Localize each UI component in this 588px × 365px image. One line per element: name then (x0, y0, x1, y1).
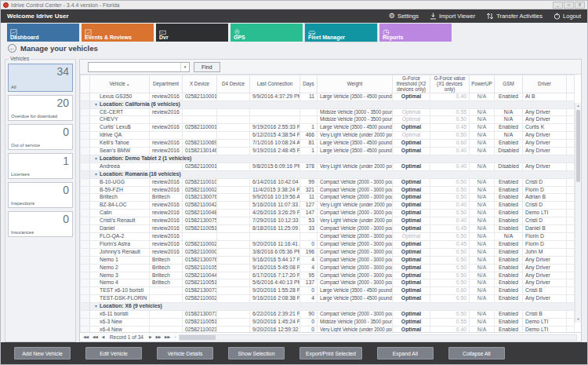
collapse-group-icon[interactable]: ▾ (95, 102, 97, 107)
column-header-vehicle[interactable]: Vehicle ▲ (90, 75, 150, 93)
table-row[interactable]: CHEVYMidsize Vehicle (3000 - 3500 pounds… (81, 116, 575, 124)
table-row[interactable]: B-59-FZHreview201602582110002111/4/2015 … (81, 186, 575, 194)
table-row[interactable]: BriltechBriltech0158213007609/9/2016 10:… (81, 194, 575, 202)
table-row[interactable]: Nemo 3Briltech0258211004406/17/2016 7:17… (81, 272, 575, 279)
group-row[interactable]: ▾Location: Demo Tablet 2 (1 vehicles) (81, 155, 575, 162)
filter-card-insurances[interactable]: 0Insurances (8, 211, 73, 237)
table-row[interactable]: Curtis' Lexu$review20160258211000159/19/… (81, 124, 575, 132)
vertical-scrollbar-thumb[interactable] (576, 110, 580, 182)
table-row[interactable]: CE-CERTreview2016Midsize Vehicle (3000 -… (81, 108, 575, 116)
row-indicator[interactable] (81, 124, 90, 132)
table-row[interactable]: Cristi's Renaultreview20160158213007597/… (81, 217, 575, 225)
table-row[interactable]: TEST x6-10 boristi0158213007349/20/2016 … (81, 287, 575, 295)
column-header-g-force-threshold-x2-devices-only-[interactable]: G-Force threshold (X2 devices only) (393, 75, 430, 93)
group-row[interactable]: ▾Location: California (6 vehicles) (81, 100, 575, 108)
row-indicator[interactable] (81, 256, 90, 264)
tab-dashboard[interactable]: Dashboard (7, 24, 79, 42)
logout-button[interactable]: Logout (554, 13, 581, 20)
row-indicator[interactable] (81, 93, 90, 100)
search-input[interactable] (89, 63, 180, 71)
row-indicator[interactable] (81, 132, 90, 140)
back-icon[interactable]: ← (8, 44, 16, 53)
tab-reports[interactable]: Reports (379, 24, 452, 42)
scroll-down-icon[interactable]: ▼ (575, 316, 581, 323)
search-combobox[interactable]: ▾ (88, 62, 190, 72)
vertical-scrollbar[interactable]: ▲ ▼ (575, 103, 581, 323)
table-row[interactable]: Sean's BMWreview20160158213014649/19/201… (81, 148, 575, 155)
tab-dvr[interactable]: Dvr (156, 24, 228, 42)
table-row[interactable]: Lexus GS350review20160258211000199/9/201… (81, 93, 575, 100)
table-row[interactable]: Calinreview20160258211004864/26/2016 3:2… (81, 210, 575, 217)
filter-card-out-of-service[interactable]: 0Out of service (8, 124, 73, 150)
row-indicator[interactable] (81, 178, 90, 186)
horizontal-scrollbar-thumb[interactable] (180, 335, 216, 340)
vehicle-details-button[interactable]: Vehicle Details (157, 347, 213, 360)
table-row[interactable]: FLO-QA-2review2016Compact Vehicle (2000 … (81, 233, 575, 241)
tab-events-reviews[interactable]: Events & Reviews (82, 24, 154, 42)
table-row[interactable]: Nemo 4Briltech0258211005155/6/2016 4:40:… (81, 279, 575, 287)
row-indicator[interactable] (81, 202, 90, 210)
filter-card-inspections[interactable]: 0Inspections (8, 182, 73, 208)
column-header-gsm[interactable]: GSM (495, 75, 523, 93)
add-new-vehicle-button[interactable]: Add New Vehicle (14, 347, 71, 360)
row-indicator[interactable] (81, 186, 90, 194)
column-header-weight[interactable]: Weight (318, 75, 393, 93)
edit-vehicle-button[interactable]: Edit Vehicle (85, 347, 142, 360)
record-next-page-button[interactable]: ▶▶ (154, 335, 162, 339)
table-row[interactable]: B-10-UGGreview20160258211001006/14/2016 … (81, 178, 575, 186)
horizontal-scrollbar[interactable] (179, 334, 577, 341)
column-header-d4-device[interactable]: D4 Device (217, 75, 250, 93)
table-row[interactable]: Danielreview20160258211005138/18/2016 11… (81, 225, 575, 233)
table-row[interactable]: TEST-DSK-FLORIN0258211000209/16/2016 2:0… (81, 295, 575, 303)
record-prev-page-button[interactable]: ◀◀ (92, 335, 99, 339)
row-indicator[interactable] (81, 217, 90, 225)
filter-card-licenses[interactable]: 1Licenses (8, 153, 73, 179)
row-indicator[interactable] (81, 148, 90, 155)
table-row[interactable]: Kelli's Tahoereview20160258211006907/1/2… (81, 140, 575, 148)
table-row[interactable]: x6-11 boristi0158213007356/22/2016 2:39:… (81, 311, 575, 319)
expand-all-button[interactable]: Expand All (377, 347, 434, 360)
row-indicator[interactable] (81, 248, 90, 256)
table-row[interactable]: Johnny's Renaultreview20160258211000013/… (81, 248, 575, 256)
row-indicator[interactable] (81, 279, 90, 287)
row-indicator[interactable] (81, 210, 90, 217)
transfer-activities-button[interactable]: Transfer Activities (486, 13, 543, 20)
collapse-group-icon[interactable]: ▾ (95, 156, 97, 161)
table-row[interactable]: x6-4 New0258211002309/20/2016 12:59:32 P… (81, 326, 575, 332)
table-row[interactable]: Andreea0258211000109/8/2015 6:09:16 PM37… (81, 162, 575, 170)
column-header-driver[interactable]: Driver (523, 75, 567, 93)
row-indicator[interactable] (81, 264, 90, 272)
settings-button[interactable]: ⚙Settings (389, 13, 419, 20)
column-header-powerup[interactable]: PowerUP (470, 75, 495, 93)
tab-fleet-manager[interactable]: Fleet Manager (305, 24, 377, 42)
close-button[interactable]: X (575, 2, 585, 9)
filter-card-all[interactable]: 34All (8, 64, 73, 92)
row-indicator[interactable] (81, 225, 90, 233)
row-indicator[interactable] (81, 240, 90, 248)
table-row[interactable]: Idrive QA6/12/2015 4:38:54 PM466Very Lig… (81, 132, 575, 140)
column-header-g-force-value-x1-devices-only-[interactable]: G-Force value (X1 devices only) (430, 75, 470, 93)
record-append-button[interactable]: + (173, 335, 176, 339)
row-indicator[interactable] (81, 194, 90, 202)
collapse-all-button[interactable]: Collapse All (448, 347, 505, 360)
record-last-button[interactable]: ▶▶ (164, 335, 171, 339)
find-button[interactable]: Find (194, 62, 220, 72)
row-indicator[interactable] (81, 233, 90, 241)
combo-dropdown-icon[interactable]: ▾ (180, 63, 189, 71)
row-indicator[interactable] (81, 140, 90, 148)
row-indicator[interactable] (81, 108, 90, 116)
group-row[interactable]: ▾Location: Romania (16 vehicles) (81, 170, 575, 178)
table-row[interactable]: Nemo 2Briltech0258211010559/16/2016 5:45… (81, 264, 575, 272)
collapse-group-icon[interactable]: ▾ (95, 172, 97, 177)
row-indicator[interactable] (81, 311, 90, 319)
minimize-button[interactable]: _ (553, 2, 563, 9)
row-indicator[interactable] (81, 162, 90, 170)
table-row[interactable]: Florin's Astrareview20160258211000229/20… (81, 240, 575, 248)
table-row[interactable]: BZ-84-LOCreview20160258211004295/16/2016… (81, 202, 575, 210)
column-header-days[interactable]: Days (300, 75, 318, 93)
group-row[interactable]: ▾Location: X6 (9 vehicles) (81, 303, 575, 311)
maximize-button[interactable]: □ (564, 2, 574, 9)
column-header-last-connection[interactable]: Last Connection (250, 75, 300, 93)
scroll-up-icon[interactable]: ▲ (575, 103, 581, 109)
column-header-department[interactable]: Department (150, 75, 183, 93)
